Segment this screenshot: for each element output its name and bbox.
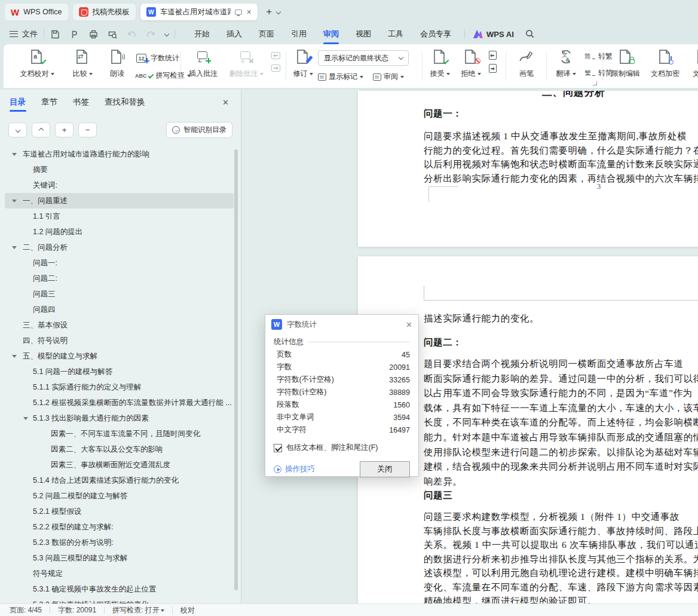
sidebar-tab-chapters[interactable]: 章节: [41, 97, 57, 108]
tab-wps-office[interactable]: W WPS Office: [5, 4, 68, 20]
redo-icon[interactable]: [146, 29, 156, 39]
toc-expand-arrow-icon[interactable]: [12, 153, 17, 158]
toc-item[interactable]: 问题二:: [5, 271, 234, 286]
read-aloud-button[interactable]: 朗读: [102, 49, 133, 79]
toc-item[interactable]: 5.1.3 找出影响最大通行能力的因素: [5, 410, 234, 426]
toc-item[interactable]: 一、问题重述: [5, 193, 234, 209]
tab-current-document[interactable]: W 车道被占用对城市道路通行能 ✕: [140, 4, 258, 20]
toc-expand-arrow-icon[interactable]: [12, 200, 17, 205]
toc-item[interactable]: 5.3 问题三模型的建立与求解: [5, 550, 234, 566]
include-footnotes-checkbox[interactable]: 包括文本框、脚注和尾注(F): [274, 443, 410, 453]
show-markup-button[interactable]: 显示标记: [318, 72, 363, 82]
toc-item[interactable]: 因素三、事故横断面附近交通混乱度: [5, 457, 234, 473]
undo-icon[interactable]: [127, 29, 137, 39]
new-tab-icon[interactable]: +: [266, 6, 272, 18]
menu-tab-insert[interactable]: 插入: [226, 29, 242, 39]
insert-comment-button[interactable]: 插入批注: [184, 49, 222, 79]
tab-list-chevron-icon[interactable]: [276, 10, 281, 14]
toc-item[interactable]: 问题四: [5, 302, 234, 317]
close-button[interactable]: 关闭: [360, 461, 410, 477]
toc-item[interactable]: 5.2.3 数据的分析与说明:: [5, 535, 234, 550]
toc-item[interactable]: 因素二、大客车以及公交车的影响: [5, 442, 234, 457]
file-menu[interactable]: 文件: [22, 29, 38, 39]
accept-change-button[interactable]: 接受: [424, 49, 455, 79]
toc-item[interactable]: 四、符号说明: [5, 333, 234, 348]
zoom-in-outline-button[interactable]: +: [55, 122, 74, 137]
hamburger-icon[interactable]: [10, 31, 18, 37]
collapse-all-button[interactable]: [32, 122, 50, 137]
toc-item[interactable]: 因素一、不同车道车流量不同，且随时间变化: [5, 426, 234, 442]
dialog-title-bar[interactable]: W 字数统计 ✕: [265, 315, 418, 334]
toc-item[interactable]: 问题一:: [5, 255, 234, 271]
toc-item[interactable]: 1.2 问题的提出: [5, 224, 234, 240]
toc-item[interactable]: 5.2.2 模型的建立与求解:: [5, 519, 234, 535]
translate-button[interactable]: 文 A 翻译: [550, 49, 582, 79]
toc-item[interactable]: 关键词:: [5, 177, 234, 193]
toc-item[interactable]: 五、模型的建立与求解: [5, 348, 234, 364]
toc-item[interactable]: 摘要: [5, 162, 234, 177]
finalize-document-button[interactable]: 文档定: [685, 49, 698, 79]
toc-item[interactable]: 1.1 引言: [5, 209, 234, 224]
spell-check-button[interactable]: ABC 拼写检查: [135, 71, 191, 81]
close-dialog-icon[interactable]: ✕: [406, 320, 412, 329]
sidebar-tab-find-replace[interactable]: 查找和替换: [105, 97, 145, 108]
search-icon[interactable]: [525, 29, 535, 39]
toc-item[interactable]: 5.1 问题一的建模与解答: [5, 364, 234, 379]
document-page-3[interactable]: 二、问题分析 问题一： 问题要求描述视频 1 中从交通事故发生至撤离期间,事故所…: [358, 91, 698, 247]
export-pdf-icon[interactable]: [69, 29, 79, 39]
zoom-out-outline-button[interactable]: −: [78, 122, 97, 137]
toc-item[interactable]: 车道被占用对城市道路通行能力的影响: [5, 146, 234, 162]
tab-template-store[interactable]: 找稿壳模板: [73, 4, 136, 20]
sidebar-tab-toc[interactable]: 目录: [10, 97, 26, 108]
expand-all-button[interactable]: [8, 122, 27, 137]
group-expand-icon[interactable]: [593, 81, 597, 85]
toc-item[interactable]: 5.1.4 结合上述因素描述实际通行能力的变化: [5, 473, 234, 488]
present-mode-icon[interactable]: [235, 10, 242, 15]
toc-item[interactable]: 5.2.1 模型假设: [5, 504, 234, 519]
sidebar-scrollbar[interactable]: [234, 149, 238, 590]
tips-link[interactable]: 操作技巧: [274, 464, 315, 474]
close-sidebar-icon[interactable]: ✕: [222, 98, 229, 107]
proofread-button[interactable]: 校对: [180, 605, 195, 615]
toc-item[interactable]: 问题三: [5, 286, 234, 302]
doc-proofread-button[interactable]: a 文档校对: [12, 49, 62, 79]
menu-tab-home[interactable]: 开始: [194, 29, 210, 39]
menu-tab-member[interactable]: 会员专享: [420, 29, 451, 39]
spellcheck-toggle[interactable]: 拼写检查: 打开: [112, 605, 164, 615]
review-pane-button[interactable]: 审阅: [373, 72, 404, 82]
ink-brush-button[interactable]: 画笔: [510, 49, 543, 79]
restrict-editing-button[interactable]: 限制编辑: [606, 49, 645, 79]
menu-tab-page[interactable]: 页面: [259, 29, 274, 39]
reject-change-button[interactable]: 拒绝: [455, 49, 486, 79]
toc-item[interactable]: 二、问题分析: [5, 240, 234, 255]
next-change-icon[interactable]: [489, 64, 497, 73]
toc-item[interactable]: 5.1.2 根据视频采集横断面的车流量数据并计算最大通行能 ...: [5, 395, 234, 410]
print-icon[interactable]: [88, 29, 99, 39]
menu-tab-review[interactable]: 审阅: [323, 29, 339, 39]
delete-comment-button[interactable]: 删除批注: [224, 49, 269, 79]
wps-ai-button[interactable]: WPS AI: [473, 30, 514, 39]
sidebar-tab-bookmarks[interactable]: 书签: [73, 97, 89, 108]
toc-item[interactable]: 符号规定: [5, 566, 234, 581]
menu-tab-tools[interactable]: 工具: [388, 29, 403, 39]
toc-expand-arrow-icon[interactable]: [12, 355, 17, 360]
smart-toc-button[interactable]: 智能识别目录: [166, 122, 232, 138]
toc-item[interactable]: 三、基本假设: [5, 317, 234, 333]
save-icon[interactable]: [50, 29, 60, 39]
previous-comment-icon[interactable]: [271, 52, 280, 59]
menu-tab-reference[interactable]: 引用: [291, 29, 307, 39]
compare-button[interactable]: ⇄ 比较: [65, 49, 100, 79]
menu-tab-view[interactable]: 视图: [356, 29, 371, 39]
toc-item[interactable]: 5.3.1 确定视频中事故发生的起止位置: [5, 581, 234, 597]
print-preview-icon[interactable]: [108, 29, 118, 39]
quickbar-chevron-icon[interactable]: [164, 32, 169, 36]
checkbox-checked-icon[interactable]: [274, 444, 282, 452]
next-comment-icon[interactable]: [271, 65, 280, 72]
toc-expand-arrow-icon[interactable]: [12, 246, 17, 252]
encrypt-document-button[interactable]: 文档加密: [647, 49, 684, 79]
close-tab-icon[interactable]: ✕: [246, 9, 252, 16]
toc-expand-arrow-icon[interactable]: [23, 417, 28, 422]
track-changes-button[interactable]: 修订: [289, 49, 317, 79]
previous-change-icon[interactable]: [489, 51, 497, 60]
word-count-button[interactable]: 12 字数统计: [135, 51, 179, 65]
